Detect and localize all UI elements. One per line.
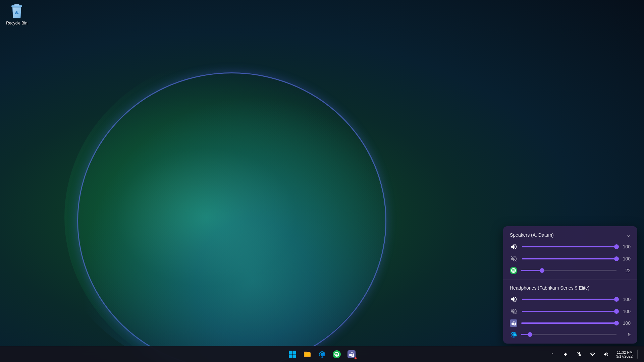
clock-date: 3/17/2022 [616, 354, 633, 358]
spotify-icon [510, 267, 517, 274]
headphones-teams-value: 100 [621, 320, 631, 326]
speaker-mute-icon [510, 255, 518, 263]
headphones-header: Headphones (Fabrikam Series 9 Elite) [510, 285, 631, 291]
speakers-spotify-slider[interactable] [521, 270, 616, 271]
speaker-tray-icon [603, 352, 609, 357]
headphones-volume-icon [510, 295, 518, 303]
headphones-edge-row: 9 [510, 331, 631, 338]
svg-point-2 [513, 321, 515, 322]
tray-volume-icon[interactable] [560, 349, 571, 360]
taskbar-right: ^ 11:32 PM 3/17/ [547, 349, 640, 360]
headphones-mute-slider[interactable] [522, 311, 616, 312]
clock-time: 11:32 PM [617, 350, 633, 354]
edge-taskbar-icon[interactable] [315, 348, 329, 361]
taskbar: ^ 11:32 PM 3/17/ [0, 346, 644, 362]
show-desktop-btn[interactable] [637, 349, 640, 359]
headphones-teams-slider[interactable] [521, 322, 616, 324]
edge-icon [510, 331, 517, 338]
speakers-spotify-value: 22 [621, 268, 631, 273]
recycle-bin-icon [9, 3, 25, 19]
windows-logo-icon [289, 351, 296, 358]
headphones-name: Headphones (Fabrikam Series 9 Elite) [510, 285, 589, 291]
edge-taskbar-icon-img [318, 350, 326, 358]
headphones-main-slider[interactable] [522, 299, 616, 300]
headphones-edge-value: 9 [621, 332, 631, 337]
headphones-mute-row: 100 [510, 307, 631, 315]
tray-mic-icon[interactable] [574, 349, 585, 360]
svg-rect-3 [289, 351, 292, 354]
headphones-edge-slider[interactable] [521, 334, 616, 335]
file-explorer-taskbar-icon[interactable] [301, 348, 314, 361]
speakers-section: Speakers (A. Datum) ⌄ 100 [503, 226, 637, 280]
recycle-bin-label: Recycle Bin [6, 21, 27, 25]
tray-chevron-icon: ^ [551, 352, 553, 356]
headphones-mute-icon [510, 307, 518, 315]
headphones-section: Headphones (Fabrikam Series 9 Elite) 100 [503, 280, 637, 344]
speakers-main-slider[interactable] [522, 246, 616, 247]
headphones-main-row: 100 [510, 295, 631, 303]
speakers-header: Speakers (A. Datum) ⌄ [510, 232, 631, 238]
tray-speaker-icon[interactable] [601, 349, 611, 360]
system-clock[interactable]: 11:32 PM 3/17/2022 [614, 350, 635, 359]
taskbar-center [286, 348, 358, 361]
headphones-teams-row: 100 [510, 319, 631, 327]
headphones-main-value: 100 [621, 297, 631, 302]
folder-icon [303, 350, 311, 358]
spotify-taskbar-icon[interactable] [330, 348, 343, 361]
start-button[interactable] [286, 348, 299, 361]
headphones-mute-value: 100 [621, 309, 631, 314]
svg-rect-4 [293, 351, 296, 354]
desktop-glow [77, 72, 386, 362]
speakers-name: Speakers (A. Datum) [510, 232, 554, 238]
speakers-chevron[interactable]: ⌄ [626, 232, 631, 238]
svg-rect-5 [289, 354, 292, 358]
speaker-volume-icon [510, 243, 518, 251]
network-tray-icon [590, 352, 595, 357]
tray-network-icon[interactable] [587, 349, 598, 360]
speakers-mute-value: 100 [621, 256, 631, 261]
svg-point-7 [351, 352, 353, 353]
speakers-spotify-row: 22 [510, 267, 631, 274]
teams-notification-dot [354, 357, 357, 360]
mic-tray-icon [577, 352, 582, 357]
speakers-mute-row: 100 [510, 255, 631, 263]
teams-taskbar-icon[interactable] [345, 348, 358, 361]
svg-rect-1 [14, 4, 19, 6]
speakers-main-row: 100 [510, 243, 631, 251]
svg-rect-6 [293, 354, 296, 358]
volume-tray-icon [563, 352, 569, 357]
tray-chevron-btn[interactable]: ^ [547, 349, 558, 360]
spotify-taskbar-img [333, 350, 341, 358]
volume-panel: Speakers (A. Datum) ⌄ 100 [503, 226, 637, 344]
speakers-mute-slider[interactable] [522, 258, 616, 259]
teams-icon [510, 319, 517, 327]
recycle-bin[interactable]: Recycle Bin [3, 3, 30, 25]
speakers-main-value: 100 [621, 244, 631, 249]
